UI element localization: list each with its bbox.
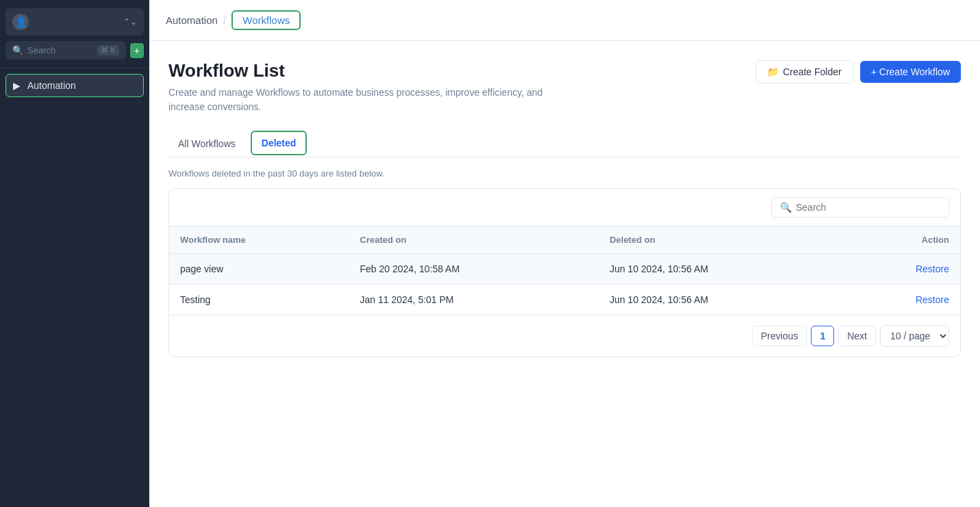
created-on-cell: Feb 20 2024, 10:58 AM <box>349 254 599 285</box>
add-button[interactable]: + <box>130 43 144 58</box>
deleted-info-text: Workflows deleted in the past 30 days ar… <box>168 168 961 179</box>
page-title: Workflow List <box>168 60 579 81</box>
automation-icon: ▶ <box>13 80 21 91</box>
breadcrumb-separator: / <box>223 14 226 27</box>
tab-all-workflows[interactable]: All Workflows <box>168 133 245 156</box>
search-input-wrap[interactable]: 🔍 <box>771 197 949 218</box>
page-content: Workflow List Create and manage Workflow… <box>149 41 980 507</box>
main-content: Automation / Workflows Workflow List Cre… <box>149 0 980 507</box>
create-workflow-button[interactable]: + Create Workflow <box>860 61 961 83</box>
tab-workflows[interactable]: Workflows <box>231 10 301 30</box>
sidebar-search[interactable]: 🔍 Search ⌘ K <box>5 41 126 60</box>
sidebar-top: 👤 ⌃⌄ 🔍 Search ⌘ K + <box>0 0 149 68</box>
per-page-select[interactable]: 10 / page <box>880 325 949 347</box>
search-label: Search <box>27 45 93 55</box>
col-workflow-name: Workflow name <box>169 226 349 254</box>
workflow-name-cell: page view <box>169 254 349 285</box>
tab-deleted[interactable]: Deleted <box>251 131 307 155</box>
deleted-on-cell: Jun 10 2024, 10:56 AM <box>599 285 846 315</box>
page-number-1[interactable]: 1 <box>811 326 834 346</box>
restore-button-0[interactable]: Restore <box>916 263 949 274</box>
table-toolbar: 🔍 <box>169 189 960 226</box>
search-icon: 🔍 <box>780 202 792 213</box>
search-shortcut: ⌘ K <box>97 45 118 55</box>
col-action: Action <box>846 226 960 254</box>
sidebar-user[interactable]: 👤 ⌃⌄ <box>5 8 144 36</box>
created-on-cell: Jan 11 2024, 5:01 PM <box>349 285 599 315</box>
action-cell: Restore <box>846 285 960 315</box>
previous-button[interactable]: Previous <box>752 326 807 346</box>
table-area: 🔍 Workflow name Created on Deleted on Ac… <box>168 188 961 357</box>
search-icon: 🔍 <box>12 45 23 55</box>
restore-button-1[interactable]: Restore <box>916 294 949 305</box>
search-input[interactable] <box>796 202 940 213</box>
action-cell: Restore <box>846 254 960 285</box>
page-header: Workflow List Create and manage Workflow… <box>168 60 961 114</box>
top-nav: Automation / Workflows <box>149 0 980 41</box>
col-created-on: Created on <box>349 226 599 254</box>
breadcrumb-automation[interactable]: Automation <box>166 14 218 26</box>
table-row: page view Feb 20 2024, 10:58 AM Jun 10 2… <box>169 254 960 285</box>
create-workflow-label: + Create Workflow <box>871 66 950 77</box>
table-body: page view Feb 20 2024, 10:58 AM Jun 10 2… <box>169 254 960 315</box>
page-description: Create and manage Workflows to automate … <box>168 86 579 114</box>
create-folder-button[interactable]: 📁 Create Folder <box>755 60 853 83</box>
sidebar-item-label: Automation <box>27 80 76 91</box>
pagination: Previous 1 Next 10 / page <box>169 315 960 356</box>
sidebar-item-automation[interactable]: ▶ Automation <box>5 74 144 97</box>
table-row: Testing Jan 11 2024, 5:01 PM Jun 10 2024… <box>169 285 960 315</box>
sidebar-search-row: 🔍 Search ⌘ K + <box>5 41 144 60</box>
workflow-name-cell: Testing <box>169 285 349 315</box>
header-actions: 📁 Create Folder + Create Workflow <box>755 60 961 83</box>
user-icon: 👤 <box>12 14 29 30</box>
next-button[interactable]: Next <box>838 326 876 346</box>
sidebar-nav: ▶ Automation <box>0 68 149 507</box>
page-header-left: Workflow List Create and manage Workflow… <box>168 60 579 114</box>
col-deleted-on: Deleted on <box>599 226 846 254</box>
folder-icon: 📁 <box>767 66 779 77</box>
create-folder-label: Create Folder <box>783 66 842 77</box>
table-header-row: Workflow name Created on Deleted on Acti… <box>169 226 960 254</box>
workflows-table: Workflow name Created on Deleted on Acti… <box>169 226 960 315</box>
deleted-on-cell: Jun 10 2024, 10:56 AM <box>599 254 846 285</box>
sidebar: 👤 ⌃⌄ 🔍 Search ⌘ K + ▶ Automation <box>0 0 149 507</box>
tabs-row: All Workflows Deleted <box>168 131 961 157</box>
chevron-icon: ⌃⌄ <box>123 17 137 27</box>
